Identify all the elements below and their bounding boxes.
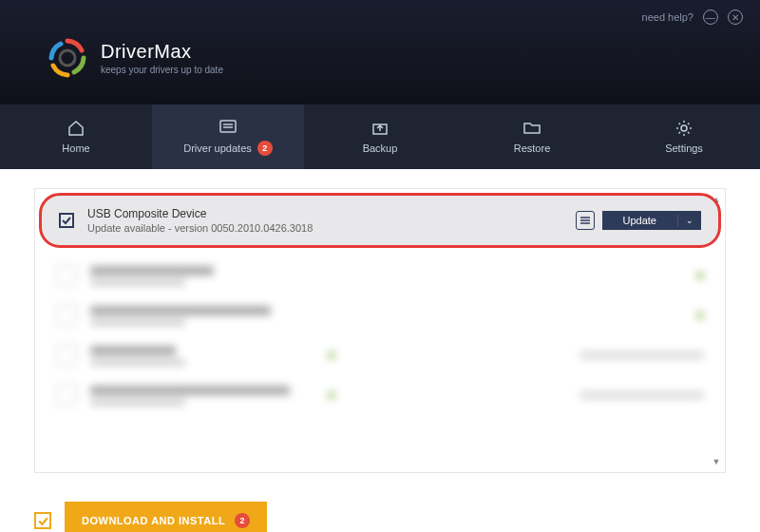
- driver-row: [35, 295, 725, 335]
- nav-settings[interactable]: Settings: [608, 104, 760, 169]
- driver-row-featured[interactable]: USB Composite Device Update available - …: [39, 193, 721, 248]
- driver-row: [35, 256, 725, 295]
- blurred-driver-rows: [35, 252, 725, 419]
- driver-list: USB Composite Device Update available - …: [34, 188, 726, 473]
- minimize-button[interactable]: —: [703, 10, 718, 25]
- scroll-down-icon[interactable]: ▼: [712, 457, 721, 466]
- driver-row: [35, 335, 725, 375]
- restore-icon: [522, 120, 542, 137]
- main-nav: Home Driver updates2 Backup Restore Sett…: [0, 104, 760, 169]
- backup-icon: [370, 120, 390, 137]
- nav-restore-label: Restore: [514, 142, 551, 154]
- nav-restore[interactable]: Restore: [456, 104, 608, 169]
- driver-title: USB Composite Device: [87, 207, 562, 220]
- update-button-label: Update: [602, 215, 678, 226]
- updates-icon: [218, 118, 238, 135]
- select-all-checkbox[interactable]: [34, 512, 51, 529]
- update-button[interactable]: Update ⌄: [602, 211, 701, 230]
- nav-backup[interactable]: Backup: [304, 104, 456, 169]
- nav-settings-label: Settings: [665, 142, 703, 154]
- download-badge: 2: [235, 513, 250, 528]
- logo-icon: [48, 38, 87, 78]
- driver-row: [35, 375, 725, 415]
- nav-backup-label: Backup: [363, 142, 398, 154]
- chevron-down-icon[interactable]: ⌄: [678, 216, 701, 225]
- home-icon: [66, 120, 86, 137]
- brand: DriverMax keeps your drivers up to date: [48, 38, 223, 78]
- brand-subtitle: keeps your drivers up to date: [101, 65, 223, 75]
- svg-point-5: [681, 125, 687, 131]
- svg-rect-1: [220, 121, 236, 132]
- svg-point-0: [60, 50, 75, 66]
- nav-home-label: Home: [62, 142, 89, 154]
- driver-subtitle: Update available - version 0050.2010.042…: [87, 222, 562, 234]
- close-button[interactable]: ✕: [728, 10, 743, 25]
- brand-title: DriverMax: [101, 41, 223, 63]
- updates-badge: 2: [257, 141, 273, 156]
- info-icon[interactable]: [576, 211, 595, 230]
- nav-driver-updates[interactable]: Driver updates2: [152, 104, 304, 169]
- nav-updates-label: Driver updates: [183, 142, 252, 154]
- download-install-button[interactable]: DOWNLOAD AND INSTALL 2: [65, 502, 267, 532]
- gear-icon: [674, 120, 694, 137]
- nav-home[interactable]: Home: [0, 104, 152, 169]
- download-button-label: DOWNLOAD AND INSTALL: [82, 515, 225, 526]
- help-link[interactable]: need help?: [642, 11, 694, 23]
- row-checkbox[interactable]: [59, 213, 74, 228]
